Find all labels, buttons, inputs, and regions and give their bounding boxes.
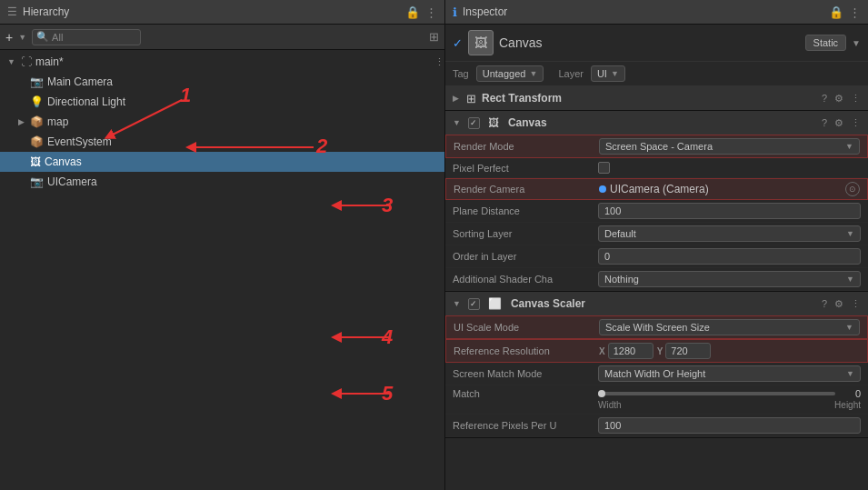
canvas-help-icon[interactable]: ?: [822, 117, 827, 129]
reference-resolution-row: Reference Resolution X 1280 Y 720: [445, 339, 868, 363]
add-dropdown-arrow[interactable]: ▼: [18, 33, 26, 42]
hierarchy-item-label-event-system: EventSystem: [47, 135, 112, 148]
add-button[interactable]: +: [5, 30, 13, 45]
reference-pixels-input[interactable]: 100: [598, 417, 861, 434]
render-mode-value: Screen Space - Camera: [605, 141, 713, 152]
tag-dropdown[interactable]: Untagged ▼: [476, 65, 544, 82]
hierarchy-item-main[interactable]: ▼ ⛶ main* ⋮: [0, 52, 444, 72]
rect-more-icon[interactable]: ⋮: [851, 93, 861, 105]
canvas-component-header[interactable]: ▼ ✓ 🖼 Canvas ? ⚙ ⋮: [445, 111, 868, 135]
expand-arrow-main: ▼: [7, 57, 15, 66]
object-header: ✓ 🖼 Canvas Static ▼: [445, 25, 868, 62]
light-gameobj-icon: 💡: [30, 95, 44, 108]
hierarchy-more-icon[interactable]: ⋮: [425, 5, 437, 19]
additional-shader-row: Additional Shader Cha Nothing ▼: [445, 268, 868, 291]
scaler-settings-icon[interactable]: ⚙: [834, 298, 843, 310]
rect-transform-section: ▶ ⊞ Rect Transform ? ⚙ ⋮: [445, 86, 868, 111]
inspector-title: Inspector: [463, 5, 507, 18]
plane-distance-value: 100: [604, 205, 621, 216]
match-slider-track[interactable]: [598, 392, 835, 395]
resolution-y-value: 720: [671, 345, 687, 356]
layer-label: Layer: [558, 68, 584, 79]
reference-pixels-value: 100: [604, 420, 621, 431]
hierarchy-item-label-map: map: [47, 115, 68, 128]
inspector-more-icon[interactable]: ⋮: [849, 5, 861, 19]
uicamera-gameobj-icon: 📷: [30, 175, 44, 188]
object-name[interactable]: Canvas: [499, 35, 800, 50]
sorting-layer-arrow: ▼: [846, 229, 854, 238]
order-in-layer-input[interactable]: 0: [598, 248, 861, 265]
screen-match-mode-label: Screen Match Mode: [453, 368, 598, 379]
hierarchy-lock-icon[interactable]: 🔒: [405, 5, 420, 19]
render-mode-dropdown[interactable]: Screen Space - Camera ▼: [599, 138, 860, 155]
match-slider-thumb[interactable]: [598, 390, 605, 397]
pixel-perfect-label: Pixel Perfect: [453, 163, 598, 174]
hierarchy-item-directional-light[interactable]: ▶ 💡 Directional Light: [0, 92, 444, 112]
scaler-help-icon[interactable]: ?: [822, 298, 827, 310]
canvas-scaler-title: Canvas Scaler: [511, 297, 816, 310]
ui-scale-mode-dropdown[interactable]: Scale With Screen Size ▼: [599, 319, 860, 335]
inspector-lock-icon[interactable]: 🔒: [829, 5, 843, 19]
static-dropdown-arrow[interactable]: ▼: [852, 38, 861, 48]
sorting-layer-value: Default: [604, 228, 636, 239]
canvas-settings-icon[interactable]: ⚙: [834, 117, 843, 129]
rect-help-icon[interactable]: ?: [822, 93, 827, 105]
hierarchy-item-main-camera[interactable]: ▶ 📷 Main Camera: [0, 72, 444, 92]
hierarchy-item-label-main: main*: [35, 55, 64, 68]
inspector-content: ✓ 🖼 Canvas Static ▼ Tag Untagged ▼ Layer…: [445, 25, 868, 490]
canvas-scaler-section: ▼ ✓ ⬜ Canvas Scaler ? ⚙ ⋮ UI Scale Mode …: [445, 292, 868, 438]
hierarchy-search[interactable]: 🔍 All: [32, 29, 141, 45]
scaler-active-checkbox[interactable]: ✓: [468, 298, 480, 310]
static-button[interactable]: Static: [805, 35, 847, 51]
canvas-more-icon[interactable]: ⋮: [851, 117, 861, 129]
order-in-layer-row: Order in Layer 0: [445, 245, 868, 268]
canvas-component-section: ▼ ✓ 🖼 Canvas ? ⚙ ⋮ Render Mode Screen Sp…: [445, 111, 868, 292]
sorting-layer-dropdown[interactable]: Default ▼: [598, 225, 861, 242]
additional-shader-dropdown[interactable]: Nothing ▼: [598, 271, 861, 287]
layer-dropdown[interactable]: UI ▼: [591, 65, 625, 82]
render-mode-arrow: ▼: [845, 142, 853, 151]
x-label: X: [599, 346, 605, 356]
main-more-icon[interactable]: ⋮: [434, 56, 444, 68]
scaler-more-icon[interactable]: ⋮: [851, 298, 861, 310]
hierarchy-item-ui-camera[interactable]: ▶ 📷 UICamera: [0, 172, 444, 192]
hierarchy-item-event-system[interactable]: ▶ 📦 EventSystem: [0, 132, 444, 152]
hierarchy-item-label-ui-camera: UICamera: [47, 175, 97, 188]
rect-transform-header[interactable]: ▶ ⊞ Rect Transform ? ⚙ ⋮: [445, 86, 868, 110]
hierarchy-item-canvas[interactable]: ▶ 🖼 Canvas: [0, 152, 444, 172]
match-value: 0: [843, 388, 861, 399]
resolution-y-field: Y 720: [657, 343, 712, 359]
tag-dropdown-arrow: ▼: [529, 69, 537, 78]
tag-label: Tag: [453, 68, 469, 79]
render-camera-row: Render Camera UICamera (Camera) ⊙: [445, 178, 868, 200]
reference-pixels-row: Reference Pixels Per U 100: [445, 415, 868, 437]
resolution-y-input[interactable]: 720: [665, 343, 711, 359]
hierarchy-content: ▼ ⛶ main* ⋮ ▶ 📷 Main Camera ▶ 💡 Directio…: [0, 50, 444, 490]
canvas-scaler-header[interactable]: ▼ ✓ ⬜ Canvas Scaler ? ⚙ ⋮: [445, 292, 868, 315]
eventsystem-gameobj-icon: 📦: [30, 135, 44, 148]
hierarchy-item-label-main-camera: Main Camera: [47, 75, 113, 88]
resolution-x-input[interactable]: 1280: [608, 343, 653, 359]
rect-expand-arrow: ▶: [453, 94, 459, 103]
hierarchy-item-map[interactable]: ▶ 📦 map: [0, 112, 444, 132]
match-height-label: Height: [834, 400, 861, 410]
canvas-component-title: Canvas: [508, 116, 816, 129]
object-active-checkbox[interactable]: ✓: [453, 36, 463, 50]
rect-settings-icon[interactable]: ⚙: [834, 93, 843, 105]
additional-shader-value: Nothing: [604, 274, 639, 285]
hierarchy-options-icon[interactable]: ⊞: [429, 30, 439, 44]
resolution-x-value: 1280: [614, 345, 635, 356]
render-camera-pick-btn[interactable]: ⊙: [845, 182, 860, 196]
object-icon: 🖼: [468, 30, 494, 55]
order-in-layer-label: Order in Layer: [453, 251, 598, 262]
plane-distance-input[interactable]: 100: [598, 203, 861, 219]
sorting-layer-row: Sorting Layer Default ▼: [445, 223, 868, 245]
layer-value: UI: [597, 68, 607, 79]
screen-match-mode-dropdown[interactable]: Match Width Or Height ▼: [598, 365, 861, 382]
hierarchy-item-label-canvas: Canvas: [45, 155, 82, 168]
ui-scale-mode-row: UI Scale Mode Scale With Screen Size ▼: [445, 315, 868, 339]
layer-dropdown-arrow: ▼: [611, 69, 619, 78]
canvas-active-checkbox[interactable]: ✓: [468, 117, 480, 129]
pixel-perfect-checkbox[interactable]: [598, 162, 610, 174]
hierarchy-list-icon: ☰: [7, 5, 17, 18]
